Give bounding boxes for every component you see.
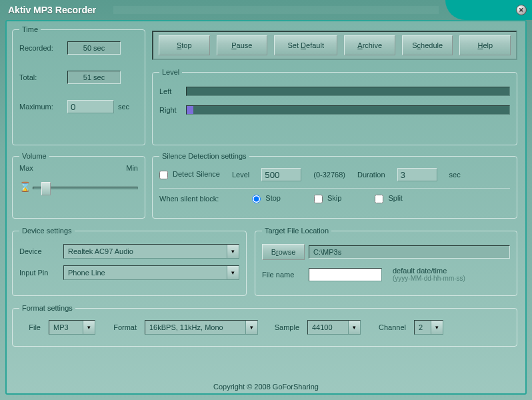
level-left-meter	[186, 87, 510, 96]
archive-button[interactable]: Archive	[344, 35, 395, 55]
chevron-down-icon[interactable]: ▾	[348, 321, 360, 334]
time-group: Time Recorded: 50 sec Total: 51 sec Maxi…	[12, 25, 145, 145]
browse-button[interactable]: Browse	[262, 244, 305, 260]
titlebar-decor	[113, 7, 439, 13]
device-label: Device	[19, 247, 59, 255]
format-label: Format	[103, 323, 137, 331]
silence-duration-input[interactable]	[397, 168, 437, 181]
file-combo[interactable]: MP3 ▾	[49, 320, 95, 335]
app-title: Aktiv MP3 Recorder	[8, 5, 96, 15]
pause-button[interactable]: Pause	[217, 35, 268, 55]
filename-label: File name	[262, 271, 305, 279]
level-legend: Level	[159, 68, 182, 76]
set-default-button[interactable]: Set Default	[274, 35, 337, 55]
device-combo-value: Realtek AC97 Audio	[64, 247, 227, 255]
maximum-label: Maximum:	[19, 103, 63, 111]
silence-group: Silence Detection settings Detect Silenc…	[152, 152, 517, 219]
chevron-down-icon[interactable]: ▾	[83, 321, 95, 334]
silence-legend: Silence Detection settings	[159, 152, 249, 160]
schedule-button[interactable]: Schedule	[402, 35, 453, 55]
format-group: Format settings File MP3 ▾ Format 16kBPS…	[12, 304, 517, 347]
target-path: C:\MP3s	[309, 245, 510, 259]
maximum-input[interactable]	[67, 100, 114, 113]
sample-combo[interactable]: 44100 ▾	[307, 320, 361, 335]
format-legend: Format settings	[19, 304, 75, 312]
level-right-label: Right	[159, 106, 182, 114]
filename-input[interactable]	[309, 268, 382, 281]
volume-group: Volume Max Min ⌛	[12, 152, 145, 219]
target-legend: Target File Location	[262, 227, 331, 235]
toolbar: Stop Pause Set Default Archive Schedule …	[152, 31, 517, 60]
silence-stop-option[interactable]: Stop	[252, 194, 281, 203]
titlebar: Aktiv MP3 Recorder ✕	[0, 0, 532, 20]
footer-copyright: Copyright © 2008 GoForSharing	[13, 383, 519, 391]
silence-stop-radio[interactable]	[252, 195, 261, 203]
silence-duration-unit: sec	[449, 171, 461, 179]
silence-split-option[interactable]: Split	[375, 194, 402, 203]
volume-slider-thumb[interactable]	[41, 182, 51, 195]
sample-label: Sample	[266, 323, 299, 331]
volume-legend: Volume	[19, 152, 49, 160]
filename-hint2: (yyyy-MM-dd-hh-mm-ss)	[393, 275, 465, 282]
level-group: Level Left Right	[152, 68, 517, 145]
total-value: 51 sec	[67, 71, 121, 84]
volume-min-label: Min	[126, 164, 138, 172]
time-legend: Time	[19, 25, 41, 33]
silence-skip-checkbox[interactable]	[314, 195, 323, 203]
silence-range: (0-32768)	[313, 171, 345, 179]
stop-button[interactable]: Stop	[159, 35, 210, 55]
device-legend: Device settings	[19, 227, 75, 235]
device-group: Device settings Device Realtek AC97 Audi…	[12, 227, 247, 296]
volume-slider[interactable]	[33, 187, 138, 189]
help-button[interactable]: Help	[459, 35, 511, 55]
recorded-value: 50 sec	[67, 41, 121, 55]
format-combo[interactable]: 16kBPS, 11kHz, Mono ▾	[145, 320, 258, 335]
silence-split-checkbox[interactable]	[375, 195, 383, 203]
detect-silence-checkbox[interactable]	[159, 171, 168, 179]
level-left-label: Left	[159, 87, 182, 95]
sample-combo-value: 44100	[308, 323, 348, 331]
filename-hint1: default date/time	[393, 267, 465, 275]
recorded-label: Recorded:	[19, 44, 63, 52]
chevron-down-icon[interactable]: ▾	[227, 266, 239, 279]
input-pin-label: Input Pin	[19, 269, 59, 277]
maximum-unit: sec	[118, 103, 129, 111]
channel-label: Channel	[369, 323, 406, 331]
when-silent-label: When silent block:	[159, 195, 219, 203]
silence-duration-label: Duration	[357, 171, 385, 179]
detect-silence-label[interactable]: Detect Silence	[159, 170, 220, 179]
silence-level-label: Level	[232, 171, 249, 179]
input-pin-value: Phone Line	[64, 269, 227, 277]
content-panel: Time Recorded: 50 sec Total: 51 sec Maxi…	[5, 20, 527, 395]
target-group: Target File Location Browse C:\MP3s File…	[255, 227, 517, 296]
silence-level-input[interactable]	[261, 168, 301, 181]
channel-combo-value: 2	[415, 323, 431, 331]
channel-combo[interactable]: 2 ▾	[414, 320, 443, 335]
input-pin-combo[interactable]: Phone Line ▾	[63, 265, 239, 280]
file-label: File	[19, 323, 41, 331]
format-combo-value: 16kBPS, 11kHz, Mono	[145, 323, 245, 331]
app-window: Aktiv MP3 Recorder ✕ Time Recorded: 50 s…	[0, 0, 532, 400]
silence-skip-option[interactable]: Skip	[314, 194, 341, 203]
device-combo[interactable]: Realtek AC97 Audio ▾	[63, 244, 239, 259]
chevron-down-icon[interactable]: ▾	[227, 245, 239, 258]
file-combo-value: MP3	[49, 323, 83, 331]
volume-max-label: Max	[19, 164, 33, 172]
level-right-meter	[186, 105, 510, 115]
hourglass-icon: ⌛	[19, 181, 31, 192]
titlebar-curve: ✕	[445, 0, 532, 20]
chevron-down-icon[interactable]: ▾	[431, 321, 443, 334]
close-icon[interactable]: ✕	[516, 5, 527, 15]
chevron-down-icon[interactable]: ▾	[245, 321, 257, 334]
total-label: Total:	[19, 73, 63, 81]
